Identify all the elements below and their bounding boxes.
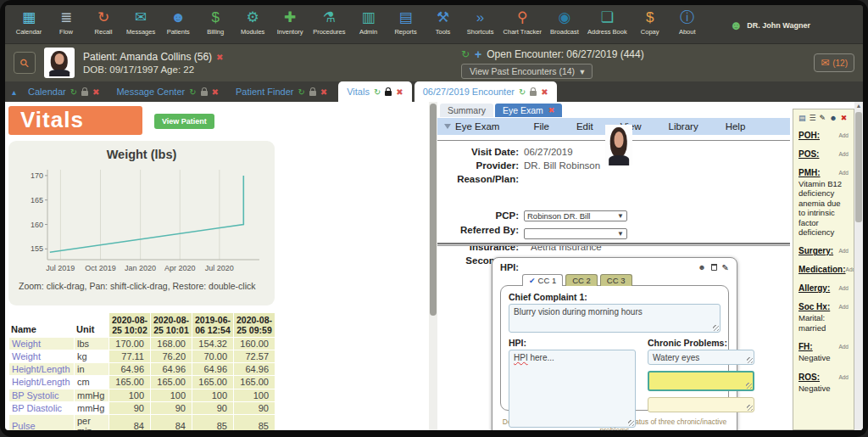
close-tab-icon[interactable]: ✖: [212, 87, 219, 97]
vital-name-link[interactable]: BP Diastolic: [9, 402, 74, 414]
toolbar-item[interactable]: ≣ Flow: [47, 8, 85, 36]
close-icon[interactable]: ✖: [841, 114, 848, 122]
lock-icon[interactable]: [385, 91, 392, 96]
lock-icon[interactable]: [81, 91, 88, 96]
toolbar-item[interactable]: ⚲ Chart Tracker: [499, 8, 546, 36]
menu-item[interactable]: File: [533, 121, 549, 132]
vital-name-link[interactable]: Pulse: [9, 415, 74, 430]
toolbar-item[interactable]: ✉ Messages: [122, 8, 159, 36]
history-section-label[interactable]: FH:: [798, 342, 813, 351]
close-tab-icon[interactable]: ✖: [320, 87, 327, 97]
hpi-textarea[interactable]: HPI here...: [509, 350, 636, 428]
history-section-label[interactable]: POS:: [798, 149, 819, 159]
refresh-icon[interactable]: ↻: [519, 87, 526, 97]
encounter-tab[interactable]: Summary ✖: [440, 104, 493, 117]
cc-tab[interactable]: ✔ CC 2: [565, 274, 598, 286]
toolbar-item[interactable]: ✚ Inventory: [271, 8, 309, 36]
history-section-label[interactable]: PMH:: [798, 168, 821, 177]
scrollbar-thumb[interactable]: [430, 104, 437, 316]
refresh-encounter-icon[interactable]: ↻: [461, 48, 470, 60]
toolbar-item[interactable]: ◉ Broadcast: [546, 8, 583, 36]
tab[interactable]: Vitals ↻ ✖: [338, 81, 411, 102]
stack-icon[interactable]: ☰: [810, 114, 816, 122]
collapse-arrow-icon[interactable]: ▴: [12, 87, 16, 97]
filter-icon[interactable]: [444, 124, 451, 129]
person-icon[interactable]: ☻: [698, 263, 705, 272]
close-tab-icon[interactable]: ✖: [92, 87, 99, 97]
tab[interactable]: Message Center ↻ ✖: [108, 81, 227, 102]
vital-name-link[interactable]: Height/Length: [9, 363, 74, 375]
close-tab-icon[interactable]: ✖: [396, 87, 403, 97]
tab[interactable]: 06/27/2019 Encounter ↻ ✖: [415, 81, 557, 102]
pencil-icon[interactable]: ✎: [820, 114, 826, 122]
add-link[interactable]: Add: [838, 248, 849, 254]
pcp-select[interactable]: Robinson DR. Bill▼: [524, 210, 627, 221]
vital-name-link[interactable]: Weight: [9, 338, 74, 350]
toolbar-item[interactable]: ⚙ Modules: [234, 8, 271, 36]
history-section-label[interactable]: Allergy:: [798, 283, 830, 293]
toolbar-item[interactable]: ▤ Reports: [387, 8, 425, 36]
vital-name-link[interactable]: BP Systolic: [9, 389, 74, 401]
toolbar-item[interactable]: ⚗ Procedures: [309, 8, 349, 36]
weight-chart[interactable]: Jul 2019Oct 2019Jan 2020Apr 2020Jul 2020…: [14, 163, 268, 278]
current-user[interactable]: ☻ DR. John Wagner: [730, 18, 858, 32]
refresh-icon[interactable]: ↻: [298, 87, 304, 97]
history-section-label[interactable]: Surgery:: [798, 246, 833, 255]
close-tab-icon[interactable]: ✖: [541, 87, 548, 97]
history-section-label[interactable]: POH:: [798, 131, 820, 140]
refresh-icon[interactable]: ↻: [70, 87, 77, 97]
view-past-encounters-button[interactable]: View Past Encounters (14) ▾: [461, 64, 593, 79]
toolbar-item[interactable]: ⚒ Tools: [425, 8, 462, 36]
add-link[interactable]: Add: [838, 285, 849, 291]
vital-name-link[interactable]: Height/Length: [9, 376, 74, 388]
add-link[interactable]: Add: [838, 374, 849, 380]
lock-icon[interactable]: [309, 91, 316, 96]
history-section-label[interactable]: ROS:: [798, 373, 820, 382]
toolbar-item[interactable]: $ Copay: [632, 8, 669, 36]
close-tab-icon[interactable]: ✖: [548, 106, 555, 115]
add-link[interactable]: Add: [838, 151, 849, 157]
patient-search-button[interactable]: ⚲: [14, 52, 36, 74]
lock-icon[interactable]: [530, 91, 537, 96]
tab[interactable]: Patient Finder ↻ ✖: [227, 81, 336, 102]
add-link[interactable]: Add: [838, 344, 849, 350]
history-section-label[interactable]: Soc Hx:: [798, 302, 830, 311]
scrollbar-thumb[interactable]: [855, 112, 862, 222]
patient-photo[interactable]: [44, 48, 75, 78]
add-link[interactable]: Add: [838, 170, 849, 176]
tab[interactable]: Calendar ↻ ✖: [19, 81, 108, 102]
lock-icon[interactable]: [201, 91, 208, 96]
add-link[interactable]: Add: [846, 266, 854, 272]
left-pane-scrollbar[interactable]: [429, 102, 437, 430]
scroll-up-icon[interactable]: ▲: [854, 102, 863, 110]
open-encounter-label[interactable]: Open Encounter: 06/27/2019 (444): [487, 48, 643, 60]
chronic-problem-textarea[interactable]: [648, 371, 754, 391]
chronic-problem-textarea[interactable]: [648, 397, 754, 412]
add-link[interactable]: Add: [838, 304, 849, 310]
toolbar-item[interactable]: $ Billing: [197, 8, 234, 36]
vital-name-link[interactable]: Weight: [9, 350, 74, 362]
toolbar-item[interactable]: ❏ Address Book: [583, 8, 632, 36]
refresh-icon[interactable]: ↻: [374, 87, 381, 97]
toolbar-item[interactable]: ⓘ About: [669, 8, 706, 36]
toolbar-item[interactable]: ☻ Patients: [159, 8, 197, 36]
referred-by-select[interactable]: ▼: [524, 228, 627, 239]
toolbar-item[interactable]: » Shortcuts: [462, 8, 499, 36]
menu-item[interactable]: Help: [726, 121, 746, 132]
add-encounter-icon[interactable]: +: [475, 50, 481, 59]
chief-complaint-textarea[interactable]: Blurry vision during morning hours: [509, 304, 721, 333]
history-section-label[interactable]: Medication:: [798, 265, 846, 274]
cc-tab[interactable]: ✔ CC 3: [600, 274, 632, 286]
toolbar-item[interactable]: ▥ Admin: [350, 8, 387, 36]
menu-item[interactable]: Library: [669, 121, 698, 132]
pencil-icon[interactable]: ✎: [722, 263, 729, 272]
view-patient-button[interactable]: View Patient: [154, 114, 214, 129]
document-icon[interactable]: ▤: [798, 114, 806, 122]
add-link[interactable]: Add: [838, 132, 849, 138]
refresh-icon[interactable]: ↻: [189, 87, 196, 97]
toolbar-item[interactable]: ↻ Recall: [85, 8, 122, 36]
chronic-problem-textarea[interactable]: Watery eyes: [648, 350, 754, 365]
toolbar-item[interactable]: ▦ Calendar: [10, 8, 47, 36]
cc-tab[interactable]: ✔ CC 1: [522, 274, 563, 286]
right-pane-scrollbar[interactable]: ▲: [854, 102, 863, 430]
